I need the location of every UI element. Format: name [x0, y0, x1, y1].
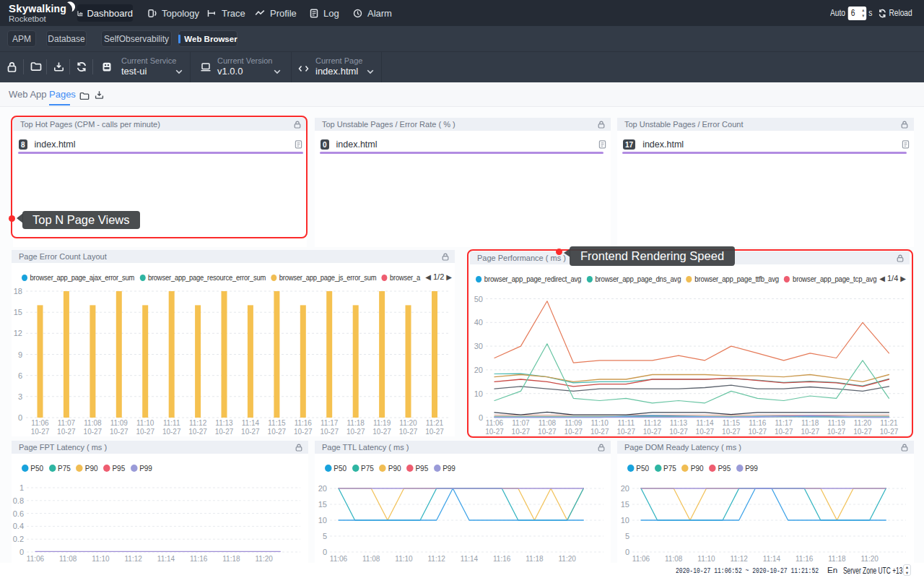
- svg-text:11:12: 11:12: [428, 555, 446, 563]
- svg-text:0.8: 0.8: [13, 496, 24, 505]
- svg-text:10-27: 10-27: [643, 428, 662, 436]
- svg-text:10-27: 10-27: [616, 428, 635, 436]
- svg-text:11:14: 11:14: [763, 555, 781, 563]
- svg-text:11:20: 11:20: [861, 555, 879, 563]
- svg-text:11:14: 11:14: [461, 555, 479, 563]
- svg-text:10-27: 10-27: [669, 428, 688, 436]
- svg-text:11:11: 11:11: [163, 419, 180, 427]
- svg-text:20: 20: [621, 484, 629, 493]
- svg-text:15: 15: [621, 500, 629, 509]
- svg-text:11:06: 11:06: [632, 555, 650, 563]
- svg-text:11:14: 11:14: [157, 555, 175, 563]
- svg-text:10-27: 10-27: [722, 428, 741, 436]
- svg-text:11:08: 11:08: [59, 555, 77, 563]
- svg-text:11:20: 11:20: [256, 555, 274, 563]
- svg-text:11:16: 11:16: [749, 419, 767, 427]
- svg-text:11:18: 11:18: [222, 555, 240, 563]
- svg-text:10-27: 10-27: [485, 428, 504, 436]
- svg-text:15: 15: [14, 308, 22, 316]
- svg-text:10-27: 10-27: [853, 428, 872, 436]
- svg-text:0.4: 0.4: [13, 522, 24, 530]
- svg-text:10-27: 10-27: [136, 428, 154, 436]
- svg-text:10-27: 10-27: [57, 428, 76, 436]
- svg-text:50: 50: [474, 295, 483, 303]
- svg-text:11:08: 11:08: [362, 555, 380, 563]
- svg-text:6: 6: [18, 371, 22, 380]
- svg-text:11:06: 11:06: [31, 419, 49, 427]
- svg-text:18: 18: [14, 287, 22, 296]
- svg-text:10-27: 10-27: [215, 428, 234, 436]
- svg-text:11:10: 11:10: [697, 555, 715, 563]
- svg-text:11:12: 11:12: [643, 419, 661, 427]
- svg-text:10-27: 10-27: [425, 428, 444, 436]
- svg-text:20: 20: [318, 484, 327, 493]
- svg-text:0.2: 0.2: [13, 535, 24, 543]
- svg-text:11:18: 11:18: [526, 555, 544, 563]
- svg-text:11:18: 11:18: [828, 555, 846, 563]
- svg-text:10-27: 10-27: [590, 428, 609, 436]
- svg-text:10-27: 10-27: [84, 428, 103, 436]
- svg-text:11:06: 11:06: [330, 555, 348, 563]
- svg-text:11:14: 11:14: [242, 419, 260, 427]
- svg-text:11:17: 11:17: [775, 419, 793, 427]
- svg-text:10-27: 10-27: [538, 428, 557, 436]
- svg-text:5: 5: [323, 532, 327, 540]
- svg-text:11:18: 11:18: [801, 419, 819, 427]
- svg-text:11:16: 11:16: [493, 555, 511, 563]
- svg-text:11:12: 11:12: [125, 555, 143, 563]
- svg-text:10-27: 10-27: [346, 428, 365, 436]
- svg-text:9: 9: [18, 350, 22, 359]
- svg-text:0: 0: [18, 413, 22, 422]
- svg-text:11:10: 11:10: [136, 419, 154, 427]
- svg-text:12: 12: [14, 329, 22, 337]
- svg-text:10-27: 10-27: [268, 428, 287, 436]
- svg-text:11:12: 11:12: [731, 555, 749, 563]
- svg-text:10-27: 10-27: [775, 428, 793, 436]
- svg-text:11:21: 11:21: [880, 419, 898, 427]
- svg-text:11:20: 11:20: [854, 419, 872, 427]
- svg-text:11:07: 11:07: [512, 419, 530, 427]
- svg-text:0: 0: [323, 548, 327, 556]
- svg-text:11:19: 11:19: [373, 419, 391, 427]
- svg-text:3: 3: [18, 392, 22, 401]
- svg-text:20: 20: [474, 366, 483, 374]
- svg-text:11:09: 11:09: [110, 419, 128, 427]
- svg-text:0: 0: [479, 413, 483, 422]
- svg-text:10-27: 10-27: [696, 428, 715, 436]
- svg-text:30: 30: [474, 342, 483, 350]
- svg-text:1: 1: [19, 483, 24, 492]
- svg-text:10: 10: [318, 516, 327, 525]
- svg-text:10-27: 10-27: [320, 428, 339, 436]
- svg-text:0: 0: [19, 548, 24, 556]
- svg-text:11:06: 11:06: [486, 419, 504, 427]
- svg-text:11:13: 11:13: [670, 419, 688, 427]
- svg-text:11:21: 11:21: [426, 419, 444, 427]
- svg-text:10-27: 10-27: [749, 428, 767, 436]
- svg-text:0: 0: [625, 548, 629, 556]
- svg-text:11:16: 11:16: [295, 419, 313, 427]
- svg-text:11:16: 11:16: [796, 555, 814, 563]
- svg-text:11:14: 11:14: [696, 419, 714, 427]
- svg-text:11:07: 11:07: [58, 419, 76, 427]
- svg-text:11:09: 11:09: [565, 419, 583, 427]
- svg-text:10-27: 10-27: [241, 428, 260, 436]
- svg-text:10-27: 10-27: [162, 428, 181, 436]
- svg-text:11:10: 11:10: [395, 555, 413, 563]
- svg-text:40: 40: [474, 318, 483, 327]
- svg-text:11:19: 11:19: [827, 419, 845, 427]
- svg-text:10-27: 10-27: [827, 428, 846, 436]
- svg-text:11:15: 11:15: [723, 419, 741, 427]
- svg-text:11:16: 11:16: [190, 555, 208, 563]
- svg-text:11:15: 11:15: [268, 419, 286, 427]
- svg-text:10-27: 10-27: [294, 428, 313, 436]
- svg-text:5: 5: [625, 532, 629, 540]
- svg-text:11:18: 11:18: [347, 419, 365, 427]
- svg-text:11:12: 11:12: [189, 419, 207, 427]
- svg-text:11:08: 11:08: [665, 555, 683, 563]
- svg-text:11:11: 11:11: [617, 419, 635, 427]
- svg-text:11:17: 11:17: [321, 419, 339, 427]
- svg-text:10-27: 10-27: [801, 428, 819, 436]
- svg-text:11:10: 11:10: [92, 555, 110, 563]
- svg-text:10-27: 10-27: [372, 428, 391, 436]
- svg-text:11:06: 11:06: [27, 555, 45, 563]
